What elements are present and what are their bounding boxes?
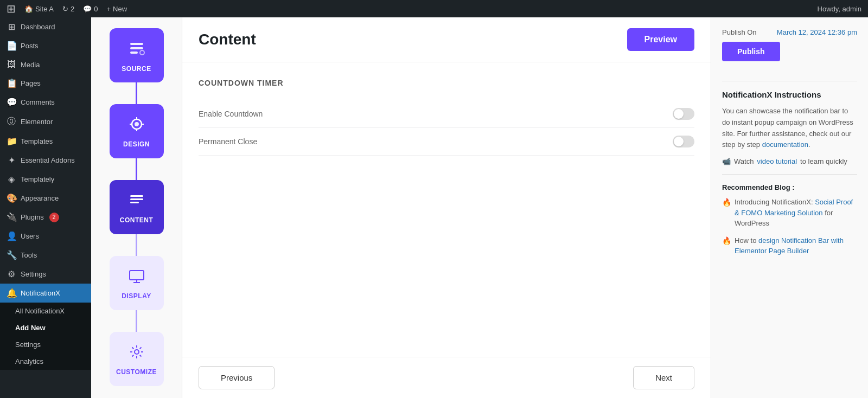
- sidebar-item-label: Pages: [21, 79, 41, 87]
- connector-2: [136, 158, 137, 180]
- submenu-all-notificationx[interactable]: All NotificationX: [0, 303, 91, 319]
- svg-rect-1: [130, 47, 143, 49]
- sidebar-item-users[interactable]: 👤 Users: [0, 227, 91, 246]
- wizard-step-source: SOURCE: [91, 28, 182, 104]
- wizard-step-design: DESIGN: [91, 104, 182, 180]
- editor-title: Content: [199, 31, 256, 48]
- watch-row: 📹 Watch video tutorial to learn quickly: [722, 157, 857, 165]
- comments-item[interactable]: 💬 0: [83, 5, 98, 13]
- publish-button[interactable]: Publish: [722, 42, 780, 61]
- submenu-analytics[interactable]: Analytics: [0, 353, 91, 370]
- sidebar-item-plugins[interactable]: 🔌 Plugins 2: [0, 208, 91, 227]
- site-name[interactable]: 🏠 Site A: [24, 5, 54, 13]
- sidebar-item-label: Dashboard: [21, 23, 55, 31]
- wizard-step-content-box[interactable]: CONTENT: [110, 180, 164, 234]
- sidebar-item-label: Comments: [21, 98, 55, 106]
- sidebar-item-label: Settings: [21, 270, 46, 278]
- wizard-step-source-box[interactable]: SOURCE: [110, 28, 164, 82]
- sidebar-item-label: Media: [21, 61, 40, 69]
- sidebar-item-dashboard[interactable]: ⊞ Dashboard: [0, 17, 91, 36]
- sidebar-item-tools[interactable]: 🔧 Tools: [0, 246, 91, 265]
- connector-4: [136, 310, 137, 332]
- new-item[interactable]: + New: [106, 5, 127, 13]
- connector-1: [136, 82, 137, 104]
- wp-logo-icon[interactable]: ⊞: [7, 2, 16, 15]
- notificationx-submenu: All NotificationX Add New Settings Analy…: [0, 303, 91, 370]
- instructions-title: NotificationX Instructions: [722, 90, 857, 99]
- notificationx-icon: 🔔: [7, 288, 16, 298]
- dashboard-icon: ⊞: [7, 22, 16, 32]
- editor-body: COUNTDOWN TIMER Enable Countdown Permane…: [182, 62, 711, 357]
- previous-button[interactable]: Previous: [199, 366, 275, 389]
- sidebar-item-label: Plugins: [21, 213, 44, 221]
- sidebar-item-appearance[interactable]: 🎨 Appearance: [0, 189, 91, 208]
- posts-icon: 📄: [7, 41, 16, 51]
- wizard-step-design-box[interactable]: DESIGN: [110, 104, 164, 158]
- sidebar-item-elementor[interactable]: ⓪ Elementor: [0, 112, 91, 132]
- sidebar-item-comments[interactable]: 💬 Comments: [0, 93, 91, 112]
- site-icon: 🏠: [24, 5, 33, 13]
- video-tutorial-link[interactable]: video tutorial: [757, 157, 797, 165]
- sidebar-item-label: NotificationX: [21, 289, 60, 297]
- right-panel: Publish On March 12, 2024 12:36 pm Publi…: [711, 17, 868, 398]
- instructions-text: You can showcase the notification bar to…: [722, 106, 857, 151]
- sidebar-item-label: Appearance: [21, 194, 59, 202]
- sidebar-item-posts[interactable]: 📄 Posts: [0, 36, 91, 55]
- editor-footer: Previous Next: [182, 357, 711, 398]
- comments-nav-icon: 💬: [7, 97, 16, 107]
- sidebar-item-label: Elementor: [21, 118, 53, 126]
- sidebar-item-pages[interactable]: 📋 Pages: [0, 74, 91, 93]
- submenu-add-new[interactable]: Add New: [0, 319, 91, 336]
- content-area: SOURCE: [91, 17, 868, 398]
- settings-icon: ⚙: [7, 269, 16, 279]
- permanent-close-row: Permanent Close: [199, 128, 694, 156]
- appearance-icon: 🎨: [7, 193, 16, 203]
- source-step-icon: [127, 38, 146, 62]
- publish-label: Publish On: [722, 28, 757, 36]
- pages-icon: 📋: [7, 78, 16, 88]
- svg-point-17: [135, 350, 139, 354]
- customize-step-label: CUSTOMIZE: [116, 368, 157, 376]
- comments-icon: 💬: [83, 5, 92, 13]
- wizard-step-customize-box[interactable]: CUSTOMIZE: [110, 332, 164, 386]
- next-button[interactable]: Next: [633, 366, 694, 389]
- svg-rect-0: [130, 43, 143, 45]
- editor-header: Content Preview: [182, 17, 711, 62]
- media-icon: 🖼: [7, 60, 16, 69]
- sidebar: ⊞ Dashboard 📄 Posts 🖼 Media 📋 Pages 💬 Co…: [0, 17, 91, 398]
- video-icon: 📹: [722, 157, 731, 165]
- updates-item[interactable]: ↻ 2: [62, 5, 74, 13]
- permanent-close-toggle[interactable]: [673, 136, 694, 147]
- submenu-settings[interactable]: Settings: [0, 336, 91, 353]
- sidebar-item-label: Templately: [21, 175, 54, 183]
- publish-date: March 12, 2024 12:36 pm: [777, 28, 857, 36]
- documentation-link[interactable]: documentation: [762, 140, 808, 149]
- wizard-sidebar: SOURCE: [91, 17, 182, 398]
- content-step-icon: [127, 191, 146, 213]
- sidebar-item-settings[interactable]: ⚙ Settings: [0, 265, 91, 284]
- blog-item-2: 🔥 How to design Notification Bar with El…: [722, 235, 857, 256]
- editor-main: Content Preview COUNTDOWN TIMER Enable C…: [182, 17, 711, 398]
- sidebar-item-templately[interactable]: ◈ Templately: [0, 170, 91, 189]
- enable-countdown-toggle[interactable]: [673, 108, 694, 120]
- sidebar-item-notificationx[interactable]: 🔔 NotificationX: [0, 284, 91, 303]
- svg-rect-2: [130, 52, 138, 54]
- svg-rect-11: [130, 195, 143, 197]
- sidebar-item-label: Templates: [21, 137, 53, 145]
- sidebar-item-templates[interactable]: 📁 Templates: [0, 132, 91, 151]
- right-divider: [722, 81, 857, 81]
- permanent-close-label: Permanent Close: [199, 137, 257, 146]
- plugins-icon: 🔌: [7, 212, 16, 222]
- sidebar-item-label: Users: [21, 232, 39, 240]
- essential-addons-icon: ✦: [7, 155, 16, 165]
- sidebar-item-label: Tools: [21, 251, 37, 259]
- design-step-label: DESIGN: [123, 140, 150, 148]
- wizard-step-display-box[interactable]: DISPLAY: [110, 256, 164, 310]
- sidebar-item-label: Posts: [21, 42, 39, 50]
- sidebar-item-essential-addons[interactable]: ✦ Essential Addons: [0, 151, 91, 170]
- source-step-label: SOURCE: [122, 65, 151, 73]
- templately-icon: ◈: [7, 174, 16, 184]
- preview-button[interactable]: Preview: [627, 28, 694, 51]
- publish-row: Publish On March 12, 2024 12:36 pm: [722, 28, 857, 36]
- sidebar-item-media[interactable]: 🖼 Media: [0, 55, 91, 74]
